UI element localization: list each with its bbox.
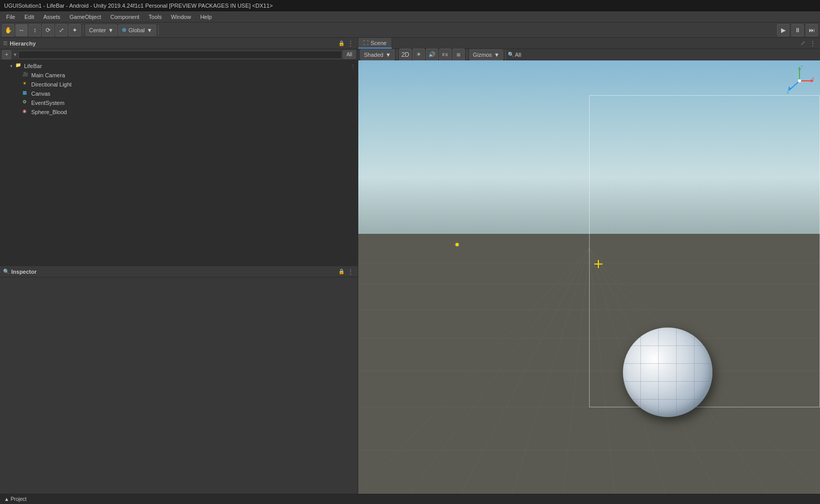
play-controls: ▶ ⏸ ⏭: [777, 24, 818, 36]
hierarchy-panel: ☰ Hierarchy 🔒 ⋮ + ▼ All ▼ 📁: [0, 38, 358, 266]
global-dropdown[interactable]: ⊕ Global ▼: [118, 25, 156, 36]
scene-tab-icon: ⛶: [363, 40, 369, 46]
svg-point-24: [798, 79, 801, 82]
hierarchy-filter-all[interactable]: All: [343, 50, 356, 59]
global-icon: ⊕: [122, 27, 126, 33]
scene-lighting-toggle[interactable]: ☀: [413, 49, 425, 61]
inspector-header: 🔍 Inspector 🔒 ⋮: [0, 266, 358, 277]
hierarchy-menu-icon[interactable]: ⋮: [347, 39, 355, 48]
scene-all-label: All: [515, 52, 521, 58]
tool-rotate[interactable]: ↕: [29, 24, 41, 36]
shading-label: Shaded: [364, 52, 383, 58]
hierarchy-header-icons: 🔒 ⋮: [337, 39, 355, 48]
scene-view[interactable]: Y X Z: [358, 60, 820, 494]
hierarchy-title: Hierarchy: [10, 40, 36, 47]
scene-effects-toggle[interactable]: FX: [439, 49, 451, 61]
scene-toolbar: Shaded ▼ 2D ☀ 🔊 FX ⊞ Gizmos ▼: [358, 49, 820, 60]
scene-tab-label: Scene: [371, 40, 386, 46]
global-arrow: ▼: [147, 27, 153, 33]
hierarchy-search-input[interactable]: [18, 51, 342, 59]
hierarchy-item-directional-light[interactable]: ▶ ☀ Directional Light: [0, 80, 358, 89]
menu-component[interactable]: Component: [106, 13, 143, 21]
gizmos-dropdown[interactable]: Gizmos ▼: [469, 49, 503, 60]
scene-gizmo: Y X Z: [784, 65, 815, 96]
tool-transform[interactable]: ✦: [69, 24, 81, 36]
camera-label: Main Camera: [31, 72, 65, 78]
separator-2: [158, 25, 159, 35]
title-text: UGUISolution1 - LifeBar - Android - Unit…: [4, 3, 273, 9]
eventsystem-label: EventSystem: [31, 100, 64, 106]
hierarchy-arrow[interactable]: ▼: [13, 52, 17, 57]
inspector-content: [0, 277, 358, 494]
hierarchy-item-eventsystem[interactable]: ▶ ⚙ EventSystem: [0, 98, 358, 107]
scene-audio-toggle[interactable]: 🔊: [426, 49, 438, 61]
scene-search-area: 🔍 All: [508, 52, 521, 58]
step-button[interactable]: ⏭: [806, 24, 818, 36]
scene-canvas: Y X Z: [358, 60, 820, 494]
center-dropdown[interactable]: Center ▼: [85, 25, 117, 36]
hierarchy-collapse-icon[interactable]: ☰: [3, 40, 8, 46]
center-arrow: ▼: [108, 27, 114, 33]
menu-file[interactable]: File: [2, 13, 19, 21]
hierarchy-item-lifebar[interactable]: ▼ 📁 LifeBar ⋮: [0, 61, 358, 71]
svg-text:Y: Y: [801, 65, 803, 68]
scene-expand-icon[interactable]: ⤢: [799, 39, 807, 48]
sphere-icon: ◉: [23, 108, 30, 116]
scene-sep-2: [467, 50, 467, 60]
svg-text:X: X: [812, 77, 814, 80]
inspector-menu-icon[interactable]: ⋮: [347, 268, 355, 276]
global-label: Global: [128, 27, 145, 33]
title-bar: UGUISolution1 - LifeBar - Android - Unit…: [0, 0, 820, 11]
pivot-cross: [594, 260, 602, 268]
hierarchy-lock-icon[interactable]: 🔒: [337, 39, 346, 48]
scene-sep-3: [505, 50, 506, 60]
status-project-label[interactable]: ▲ Project: [4, 496, 27, 502]
shading-dropdown[interactable]: Shaded ▼: [360, 49, 395, 60]
lifebar-label: LifeBar: [24, 63, 42, 69]
light-icon: ☀: [23, 81, 30, 88]
canvas-label: Canvas: [31, 91, 50, 97]
play-button[interactable]: ▶: [777, 24, 789, 36]
hierarchy-item-canvas[interactable]: ▶ ▦ Canvas: [0, 89, 358, 98]
svg-text:Z: Z: [787, 91, 789, 94]
menu-bar: File Edit Assets GameObject Component To…: [0, 11, 820, 23]
main-content: ☰ Hierarchy 🔒 ⋮ + ▼ All ▼ 📁: [0, 38, 820, 494]
scene-2d-toggle[interactable]: 2D: [399, 49, 412, 61]
camera-icon: 🎥: [23, 72, 30, 79]
inspector-icon: 🔍: [3, 269, 9, 274]
menu-tools[interactable]: Tools: [144, 13, 166, 21]
hierarchy-item-main-camera[interactable]: ▶ 🎥 Main Camera: [0, 71, 358, 80]
menu-edit[interactable]: Edit: [20, 13, 38, 21]
scene-panel: ⛶ Scene ⤢ ⋮ Shaded ▼ 2D ☀ 🔊: [358, 38, 820, 494]
menu-gameobject[interactable]: GameObject: [66, 13, 105, 21]
gizmo-svg: Y X Z: [784, 65, 815, 96]
scene-menu-icon[interactable]: ⋮: [809, 39, 817, 48]
hierarchy-toolbar: + ▼ All: [0, 49, 358, 60]
gizmos-arrow: ▼: [494, 52, 500, 58]
tool-rect[interactable]: ⤢: [55, 24, 68, 36]
sphere-label: Sphere_Blood: [31, 109, 67, 115]
left-panels: ☰ Hierarchy 🔒 ⋮ + ▼ All ▼ 📁: [0, 38, 358, 494]
scene-2d-label: 2D: [401, 51, 409, 58]
tool-scale[interactable]: ⟳: [42, 24, 54, 36]
hierarchy-item-sphere-blood[interactable]: ▶ ◉ Sphere_Blood: [0, 107, 358, 117]
tool-move[interactable]: ↔: [15, 24, 28, 36]
eventsystem-icon: ⚙: [23, 99, 30, 106]
menu-assets[interactable]: Assets: [39, 13, 64, 21]
main-toolbar: ✋ ↔ ↕ ⟳ ⤢ ✦ Center ▼ ⊕ Global ▼ ▶ ⏸ ⏭: [0, 23, 820, 38]
hierarchy-header: ☰ Hierarchy 🔒 ⋮: [0, 38, 358, 49]
scene-tab[interactable]: ⛶ Scene: [358, 38, 392, 49]
menu-window[interactable]: Window: [167, 13, 195, 21]
inspector-lock-icon[interactable]: 🔒: [337, 268, 346, 276]
inspector-panel: 🔍 Inspector 🔒 ⋮: [0, 266, 358, 494]
status-bar: ▲ Project: [0, 494, 820, 504]
tool-hand[interactable]: ✋: [2, 24, 14, 36]
lifebar-options[interactable]: ⋮: [351, 63, 356, 69]
scene-grid-svg: [358, 60, 820, 494]
hierarchy-add-btn[interactable]: +: [2, 50, 11, 59]
menu-help[interactable]: Help: [196, 13, 216, 21]
inspector-title: Inspector: [11, 269, 37, 275]
scene-search-icon: 🔍: [508, 52, 514, 57]
pause-button[interactable]: ⏸: [791, 24, 804, 36]
scene-hidden-toggle[interactable]: ⊞: [452, 49, 465, 61]
